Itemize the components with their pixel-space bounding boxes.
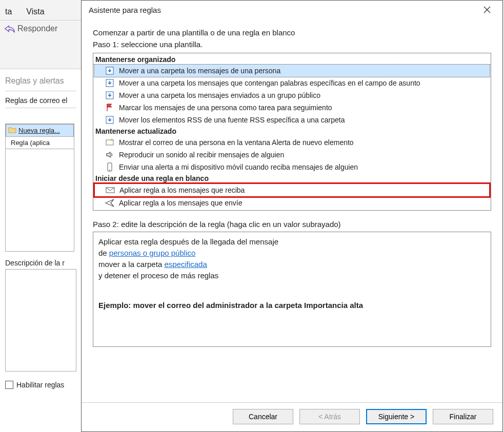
tpl-label: Enviar una alerta a mi dispositivo móvil… xyxy=(119,161,358,173)
tpl-play-sound[interactable]: Reproducir un sonido al recibir mensajes… xyxy=(94,149,490,161)
background-window: ta Vista Responder Reglas y alertas Regl… xyxy=(0,0,82,432)
move-folder-icon xyxy=(105,78,115,88)
tpl-move-to-group[interactable]: Mover a una carpeta los mensajes enviado… xyxy=(94,89,490,101)
move-folder-icon xyxy=(105,90,115,100)
titlebar: Asistente para reglas xyxy=(82,1,502,19)
tpl-label: Mover a una carpeta los mensajes que con… xyxy=(119,77,420,89)
enable-label: Habilitar reglas xyxy=(16,381,64,389)
tpl-label: Aplicar regla a los mensajes que envíe xyxy=(119,197,242,209)
tpl-flag-followup[interactable]: Marcar los mensajes de una persona como … xyxy=(94,101,490,114)
rules-table: Nueva regla... Regla (aplica xyxy=(5,124,74,252)
tpl-move-from-person[interactable]: Mover a una carpeta los mensajes de una … xyxy=(94,65,490,77)
cancel-button[interactable]: Cancelar xyxy=(233,409,293,424)
step2-label: Paso 2: edite la descripción de la regla… xyxy=(93,220,491,229)
tpl-label: Mover a una carpeta los mensajes enviado… xyxy=(119,90,320,101)
desc-line4: y detener el proceso de más reglas xyxy=(98,270,486,281)
step1-label: Paso 1: seleccione una plantilla. xyxy=(93,40,491,49)
folder-icon xyxy=(8,126,16,135)
sound-icon xyxy=(105,150,115,160)
highlight-box: Aplicar regla a los mensajes que reciba xyxy=(93,182,491,198)
tpl-move-words-subject[interactable]: Mover a una carpeta los mensajes que con… xyxy=(94,77,490,89)
enable-checkbox[interactable] xyxy=(5,381,13,389)
column-header: Regla (aplica xyxy=(6,136,74,149)
rules-wizard-dialog: Asistente para reglas Comenzar a partir … xyxy=(81,0,503,432)
close-button[interactable] xyxy=(476,2,498,17)
next-button[interactable]: Siguiente > xyxy=(366,409,427,424)
rule-description-box: Aplicar esta regla después de la llegada… xyxy=(93,232,491,347)
intro-text: Comenzar a partir de una plantilla o de … xyxy=(93,28,491,37)
panel-title: Reglas de correo el xyxy=(5,91,76,108)
reply-arrow-icon xyxy=(4,24,15,34)
desc-line2-prefix: de xyxy=(98,249,109,257)
description-label: Descripción de la r xyxy=(5,259,76,267)
back-button: < Atrás xyxy=(299,409,360,424)
envelope-icon xyxy=(105,185,115,195)
enable-rules-row[interactable]: Habilitar reglas xyxy=(5,381,76,389)
finish-button[interactable]: Finalizar xyxy=(433,409,493,424)
dialog-title: Asistente para reglas xyxy=(89,6,161,14)
ribbon-tab-left[interactable]: ta xyxy=(3,4,14,20)
section-updated: Mantenerse actualizado xyxy=(94,126,490,136)
section-organized: Mantenerse organizado xyxy=(94,54,490,65)
description-box xyxy=(5,269,76,372)
move-folder-icon xyxy=(105,115,115,125)
tpl-label: Mover los elementos RSS de una fuente RS… xyxy=(119,114,345,126)
flag-icon xyxy=(105,102,115,113)
tpl-move-rss[interactable]: Mover los elementos RSS de una fuente RS… xyxy=(94,114,490,126)
ribbon-tab-view[interactable]: Vista xyxy=(24,4,46,20)
link-people-group[interactable]: personas o grupo público xyxy=(109,249,195,257)
section-blank: Iniciar desde una regla en blanco xyxy=(94,173,490,183)
svg-point-6 xyxy=(109,170,110,171)
tpl-label: Aplicar regla a los mensajes que reciba xyxy=(119,184,245,196)
reply-button[interactable]: Responder xyxy=(4,24,77,34)
tpl-label: Marcar los mensajes de una persona como … xyxy=(119,102,332,113)
dialog-footer: Cancelar < Atrás Siguiente > Finalizar xyxy=(82,402,502,431)
tpl-apply-received[interactable]: Aplicar regla a los mensajes que reciba xyxy=(95,184,407,196)
close-icon xyxy=(483,6,491,13)
rules-alerts-label: Reglas y alertas xyxy=(0,69,82,91)
tpl-apply-sent[interactable]: Aplicar regla a los mensajes que envíe xyxy=(94,197,490,209)
link-specified-folder[interactable]: especificada xyxy=(164,260,207,269)
ribbon-tabs: ta Vista xyxy=(0,0,82,20)
move-folder-icon xyxy=(105,66,115,76)
templates-list: Mantenerse organizado Mover a una carpet… xyxy=(93,53,491,211)
mobile-icon xyxy=(105,162,115,172)
tpl-label: Mover a una carpeta los mensajes de una … xyxy=(119,65,280,76)
tpl-show-alert[interactable]: Mostrar el correo de una persona en la v… xyxy=(94,136,490,149)
tpl-label: Mostrar el correo de una persona en la v… xyxy=(119,137,354,148)
new-alert-icon xyxy=(105,137,115,148)
desc-line3-prefix: mover a la carpeta xyxy=(98,260,164,269)
tpl-mobile-alert[interactable]: Enviar una alerta a mi dispositivo móvil… xyxy=(94,161,490,173)
ribbon-actions: Responder xyxy=(0,20,82,69)
send-icon xyxy=(105,198,115,208)
desc-line1: Aplicar esta regla después de la llegada… xyxy=(98,236,486,248)
tpl-label: Reproducir un sonido al recibir mensajes… xyxy=(119,149,284,160)
example-text: Ejemplo: mover el correo del administrad… xyxy=(98,300,486,311)
new-rule-row[interactable]: Nueva regla... xyxy=(6,124,74,137)
